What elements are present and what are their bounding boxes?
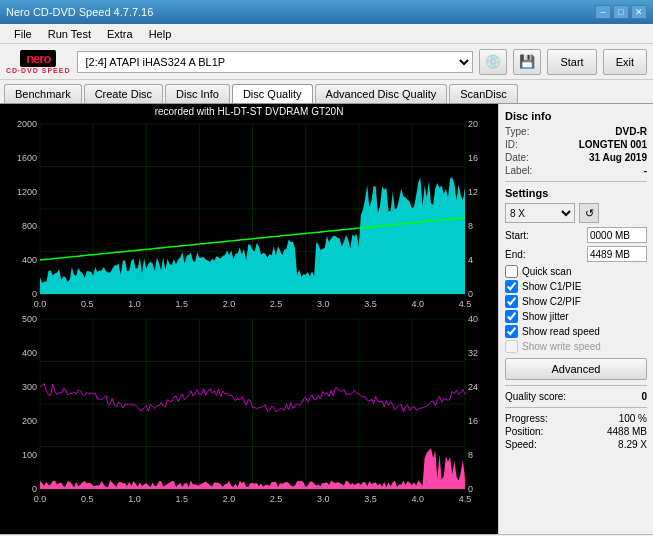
show-jitter-label: Show jitter <box>522 311 569 322</box>
show-read-speed-checkbox[interactable] <box>505 325 518 338</box>
main-content: recorded with HL-DT-ST DVDRAM GT20N Disc… <box>0 104 653 534</box>
menu-bar: File Run Test Extra Help <box>0 24 653 44</box>
tab-disc-quality[interactable]: Disc Quality <box>232 84 313 103</box>
disc-icon-button[interactable]: 💿 <box>479 49 507 75</box>
disc-info-title: Disc info <box>505 110 647 122</box>
menu-help[interactable]: Help <box>141 27 180 41</box>
start-label: Start: <box>505 230 529 241</box>
chart-title: recorded with HL-DT-ST DVDRAM GT20N <box>0 104 498 119</box>
speed-selector[interactable]: 8 X Max 4 X 16 X <box>505 203 575 223</box>
refresh-button[interactable]: ↺ <box>579 203 599 223</box>
tab-disc-info[interactable]: Disc Info <box>165 84 230 103</box>
start-button[interactable]: Start <box>547 49 596 75</box>
toolbar: nero CD·DVD SPEED [2:4] ATAPI iHAS324 A … <box>0 44 653 80</box>
tab-create-disc[interactable]: Create Disc <box>84 84 163 103</box>
drive-selector[interactable]: [2:4] ATAPI iHAS324 A BL1P <box>77 51 474 73</box>
tab-advanced-disc-quality[interactable]: Advanced Disc Quality <box>315 84 448 103</box>
id-label: ID: <box>505 139 518 150</box>
show-write-speed-label: Show write speed <box>522 341 601 352</box>
exit-button[interactable]: Exit <box>603 49 647 75</box>
show-jitter-checkbox[interactable] <box>505 310 518 323</box>
chart-area: recorded with HL-DT-ST DVDRAM GT20N <box>0 104 498 534</box>
quick-scan-checkbox[interactable] <box>505 265 518 278</box>
speed-label: Speed: <box>505 439 537 450</box>
advanced-button[interactable]: Advanced <box>505 358 647 380</box>
nero-logo: nero CD·DVD SPEED <box>6 50 71 74</box>
date-label: Date: <box>505 152 529 163</box>
position-label: Position: <box>505 426 543 437</box>
quick-scan-label: Quick scan <box>522 266 571 277</box>
show-c2-pif-label: Show C2/PIF <box>522 296 581 307</box>
show-read-speed-label: Show read speed <box>522 326 600 337</box>
app-title: Nero CD-DVD Speed 4.7.7.16 <box>6 6 153 18</box>
disc-label-value: - <box>644 165 647 176</box>
show-write-speed-checkbox <box>505 340 518 353</box>
right-panel: Disc info Type: DVD-R ID: LONGTEN 001 Da… <box>498 104 653 534</box>
show-c1-pie-checkbox[interactable] <box>505 280 518 293</box>
type-label: Type: <box>505 126 529 137</box>
settings-title: Settings <box>505 187 647 199</box>
maximize-button[interactable]: □ <box>613 5 629 19</box>
progress-label: Progress: <box>505 413 548 424</box>
quality-score-value: 0 <box>641 391 647 402</box>
tab-bar: Benchmark Create Disc Disc Info Disc Qua… <box>0 80 653 104</box>
id-value: LONGTEN 001 <box>579 139 647 150</box>
close-button[interactable]: ✕ <box>631 5 647 19</box>
disc-label-label: Label: <box>505 165 532 176</box>
tab-benchmark[interactable]: Benchmark <box>4 84 82 103</box>
title-bar: Nero CD-DVD Speed 4.7.7.16 – □ ✕ <box>0 0 653 24</box>
start-input[interactable] <box>587 227 647 243</box>
save-icon-button[interactable]: 💾 <box>513 49 541 75</box>
type-value: DVD-R <box>615 126 647 137</box>
end-input[interactable] <box>587 246 647 262</box>
menu-file[interactable]: File <box>6 27 40 41</box>
minimize-button[interactable]: – <box>595 5 611 19</box>
progress-value: 100 % <box>619 413 647 424</box>
menu-extra[interactable]: Extra <box>99 27 141 41</box>
position-value: 4488 MB <box>607 426 647 437</box>
menu-run-test[interactable]: Run Test <box>40 27 99 41</box>
show-c1-pie-label: Show C1/PIE <box>522 281 581 292</box>
speed-value: 8.29 X <box>618 439 647 450</box>
end-label: End: <box>505 249 526 260</box>
tab-scan-disc[interactable]: ScanDisc <box>449 84 517 103</box>
show-c2-pif-checkbox[interactable] <box>505 295 518 308</box>
quality-score-label: Quality score: <box>505 391 566 402</box>
date-value: 31 Aug 2019 <box>589 152 647 163</box>
